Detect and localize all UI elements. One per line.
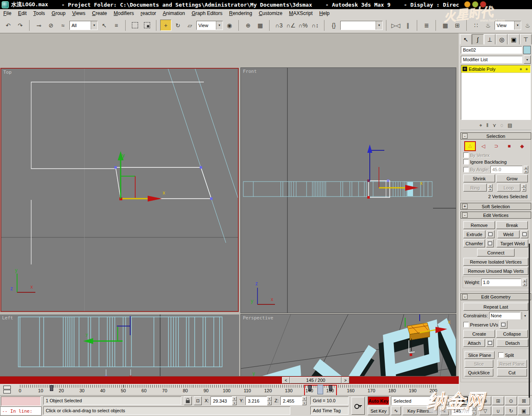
- attach-button[interactable]: Attach: [463, 339, 485, 347]
- redo-icon[interactable]: ↷: [15, 20, 26, 31]
- spinner-up-icon[interactable]: ▲: [488, 184, 492, 188]
- object-name-field[interactable]: Box02: [461, 46, 522, 54]
- spinner-up-icon[interactable]: ▲: [522, 279, 527, 282]
- key-mode-dropdown[interactable]: Selected: [391, 396, 431, 405]
- ring-button[interactable]: Ring: [463, 184, 487, 192]
- set-key-button[interactable]: Set Key: [368, 406, 389, 415]
- remove-isolated-vertices-button[interactable]: Remove Isolated Vertices: [463, 258, 528, 266]
- quickslice-button[interactable]: QuickSlice: [465, 369, 493, 376]
- selection-lock-toggle[interactable]: [184, 396, 192, 405]
- rollout-soft-selection-header[interactable]: + Soft Selection: [460, 203, 531, 210]
- spinner-down-icon[interactable]: ▼: [472, 411, 476, 416]
- menu-modifiers[interactable]: Modifiers: [110, 10, 137, 17]
- spinner-up-icon[interactable]: ▲: [267, 396, 272, 401]
- z-coordinate-field[interactable]: 2.455: [280, 396, 302, 405]
- spinner-up-icon[interactable]: ▲: [302, 396, 307, 401]
- spinner-down-icon[interactable]: ▼: [522, 282, 527, 286]
- zoom-extents-icon[interactable]: ⊙: [505, 396, 517, 405]
- named-selection-sets-icon[interactable]: {}: [328, 20, 339, 31]
- by-vertex-checkbox[interactable]: [463, 152, 469, 158]
- align-icon[interactable]: ∥: [402, 20, 413, 31]
- slice-button[interactable]: Slice: [465, 360, 493, 368]
- slice-plane-button[interactable]: Slice Plane: [465, 351, 495, 359]
- remove-modifier-icon[interactable]: ◌: [500, 122, 503, 128]
- time-slider[interactable]: < 145 / 200 >: [282, 377, 349, 384]
- previous-frame-button[interactable]: ‹: [450, 396, 458, 405]
- schematic-view-icon[interactable]: ⊞: [452, 20, 463, 31]
- menu-customize[interactable]: Customize: [255, 10, 286, 17]
- key-mode-arrow-icon[interactable]: ▼: [431, 396, 438, 406]
- by-angle-field[interactable]: 45.0: [490, 166, 522, 173]
- pan-icon[interactable]: ∪: [492, 406, 504, 415]
- min-max-toggle-icon[interactable]: ▣: [518, 406, 530, 415]
- layer-manager-icon[interactable]: ≣: [421, 20, 432, 31]
- menu-graph-editors[interactable]: Graph Editors: [188, 10, 226, 17]
- menu-edit[interactable]: Edit: [15, 10, 30, 17]
- chevron-down-icon[interactable]: ▼: [216, 21, 223, 30]
- stack-expand-icon[interactable]: +: [463, 67, 467, 71]
- modifier-list-dropdown[interactable]: Modifier List: [461, 56, 522, 63]
- weight-spinner[interactable]: ▲▼: [522, 279, 527, 286]
- zoom-extents-all-icon[interactable]: ⊠: [518, 396, 530, 405]
- loop-button[interactable]: Loop: [497, 184, 520, 192]
- auto-key-button[interactable]: Auto Key: [368, 396, 389, 405]
- undo-icon[interactable]: ↶: [2, 20, 14, 31]
- render-setup-icon[interactable]: ♨: [483, 20, 494, 31]
- menu-create[interactable]: Create: [89, 10, 110, 17]
- rollout-selection-header[interactable]: - Selection: [460, 132, 531, 139]
- stack-item-editable-poly[interactable]: + Editable Poly ∗ ∗: [461, 65, 530, 73]
- weld-settings-button[interactable]: [521, 230, 528, 238]
- key-filters-button[interactable]: Key Filters...: [403, 406, 438, 415]
- select-object-icon[interactable]: ↖: [99, 20, 110, 31]
- tab-utilities[interactable]: ⊤: [520, 34, 532, 45]
- quick-render-icon[interactable]: ♨: [522, 20, 532, 31]
- chamfer-settings-button[interactable]: [486, 239, 494, 247]
- menu-views[interactable]: Views: [69, 10, 89, 17]
- key-mode-toggle-button[interactable]: «: [440, 406, 449, 415]
- repeat-last-button[interactable]: Repeat Last: [463, 303, 528, 311]
- next-frame-button[interactable]: ›: [469, 396, 478, 405]
- create-button[interactable]: Create: [463, 330, 495, 338]
- spinner-down-icon[interactable]: ▼: [522, 188, 526, 192]
- menu-group[interactable]: Group: [48, 10, 69, 17]
- key-filter-curve-icon[interactable]: ∿: [391, 406, 401, 415]
- viewport-top[interactable]: Top y x: [0, 68, 239, 312]
- spinner-up-icon[interactable]: ▲: [472, 406, 476, 411]
- menu-rendering[interactable]: Rendering: [226, 10, 255, 17]
- preserve-uvs-checkbox[interactable]: [463, 322, 469, 327]
- set-keys-button[interactable]: [351, 397, 365, 415]
- modifier-stack[interactable]: + Editable Poly ∗ ∗: [461, 65, 531, 120]
- ring-spinner[interactable]: ▲▼: [488, 184, 492, 192]
- make-unique-icon[interactable]: ⋎: [492, 122, 496, 128]
- trackbar-filter-icon[interactable]: [3, 385, 14, 394]
- connect-button[interactable]: Connect: [477, 249, 515, 257]
- target-weld-button[interactable]: Target Weld: [497, 239, 528, 247]
- by-angle-spinner[interactable]: ▲▼: [524, 166, 528, 173]
- chevron-down-icon[interactable]: ▼: [376, 21, 382, 30]
- spinner-up-icon[interactable]: ▲: [524, 166, 528, 169]
- track-bar[interactable]: 0102030405060708090100110120130140150160…: [0, 384, 459, 396]
- rollout-edit-geometry-header[interactable]: - Edit Geometry: [460, 293, 531, 300]
- ignore-backfacing-checkbox[interactable]: [463, 159, 469, 164]
- reference-coordinate-dropdown[interactable]: View▼: [196, 21, 223, 30]
- menu-animation[interactable]: Animation: [159, 10, 188, 17]
- grow-button[interactable]: Grow: [496, 174, 528, 182]
- use-pivot-center-icon[interactable]: ◉: [224, 20, 235, 31]
- configure-modifier-sets-icon[interactable]: ▤: [507, 122, 512, 128]
- time-slider-track[interactable]: < 145 / 200 >: [0, 376, 459, 384]
- field-of-view-icon[interactable]: ▽: [479, 406, 491, 415]
- element-mode-icon[interactable]: ◆: [517, 142, 527, 151]
- attach-settings-button[interactable]: [486, 339, 494, 347]
- chevron-down-icon[interactable]: ▼: [91, 21, 97, 30]
- maxscript-listener-box[interactable]: [1, 396, 41, 406]
- polygon-mode-icon[interactable]: ■: [504, 142, 515, 151]
- current-frame-field[interactable]: 145: [451, 406, 472, 415]
- spinner-down-icon[interactable]: ▼: [524, 169, 528, 173]
- keyboard-override-icon[interactable]: ▦: [255, 20, 266, 31]
- rollout-edit-vertices-header[interactable]: - Edit Vertices: [460, 212, 531, 219]
- zoom-all-icon[interactable]: ⊞: [492, 396, 504, 405]
- named-selection-dropdown[interactable]: ▼: [340, 21, 383, 30]
- window-crossing-icon[interactable]: [141, 20, 153, 31]
- x-spinner[interactable]: ▲▼: [232, 396, 237, 405]
- menu-maxscript[interactable]: MAXScript: [286, 10, 316, 17]
